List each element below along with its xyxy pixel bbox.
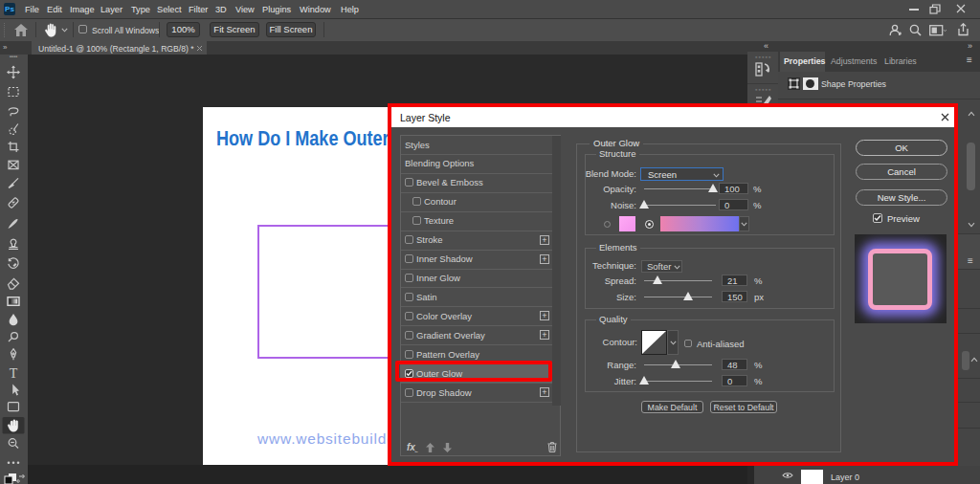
svg-text:▪▪▪▪: ▪▪▪▪ bbox=[10, 55, 18, 59]
svg-text:T: T bbox=[10, 366, 18, 381]
